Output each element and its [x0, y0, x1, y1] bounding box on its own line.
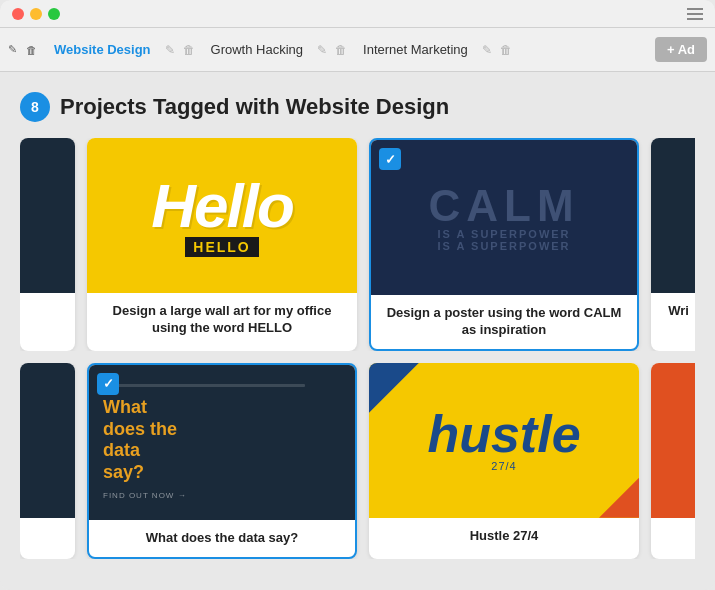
partial-orange-bg: [651, 363, 695, 518]
data-does: does the: [103, 419, 177, 441]
menu-icon[interactable]: [687, 8, 703, 20]
hustle-card[interactable]: hustle 27/4 Hustle 27/4: [369, 363, 639, 559]
data-card-checkbox[interactable]: [97, 373, 119, 395]
hustle-sub: 27/4: [491, 460, 516, 472]
hustle-corner-tl: [369, 363, 419, 413]
edit-icon-2[interactable]: ✎: [165, 43, 179, 57]
hustle-corner-br: [599, 478, 639, 518]
calm-card-title: Design a poster using the word CALM as i…: [383, 305, 625, 339]
tab-bar: ✎ 🗑 Website Design ✎ 🗑 Growth Hacking ✎ …: [0, 28, 715, 72]
partial-card-left-1[interactable]: [20, 138, 75, 351]
hustle-card-title: Hustle 27/4: [381, 528, 627, 545]
calm-sub2: IS A SUPERPOWER: [437, 240, 570, 252]
calm-card[interactable]: CALM IS A SUPERPOWER IS A SUPERPOWER Des…: [369, 138, 639, 351]
count-badge: 8: [20, 92, 50, 122]
tab-growth-hacking[interactable]: Growth Hacking: [201, 36, 313, 63]
edit-icon-3[interactable]: ✎: [317, 43, 331, 57]
calm-bg: CALM IS A SUPERPOWER IS A SUPERPOWER: [371, 140, 637, 295]
calm-card-image: CALM IS A SUPERPOWER IS A SUPERPOWER: [371, 140, 637, 295]
main-content: 8 Projects Tagged with Website Design He…: [0, 72, 715, 590]
edit-icon-1: ✎: [8, 43, 22, 57]
hello-bg: Hello HELLO: [87, 138, 357, 293]
data-the: data: [103, 440, 140, 462]
calm-card-checkbox[interactable]: [379, 148, 401, 170]
hello-card[interactable]: Hello HELLO Design a large wall art for …: [87, 138, 357, 351]
projects-title: Projects Tagged with Website Design: [60, 94, 449, 120]
partial-dark-bg-2: [20, 363, 75, 518]
data-say: say?: [103, 462, 144, 484]
delete-icon-2[interactable]: 🗑: [183, 43, 197, 57]
data-card-image: What does the data say? FIND OUT NOW →: [89, 365, 355, 520]
data-bg: What does the data say? FIND OUT NOW →: [89, 365, 355, 520]
close-button[interactable]: [12, 8, 24, 20]
cards-row-2: What does the data say? FIND OUT NOW → W…: [20, 363, 695, 559]
data-card-info: What does the data say?: [89, 520, 355, 557]
calm-sub1: IS A SUPERPOWER: [437, 228, 570, 240]
partial-dark-bg: [20, 138, 75, 293]
hello-card-title: Design a large wall art for my office us…: [99, 303, 345, 337]
hello-card-info: Design a large wall art for my office us…: [87, 293, 357, 347]
minimize-button[interactable]: [30, 8, 42, 20]
hustle-card-image: hustle 27/4: [369, 363, 639, 518]
partial-right-info: Wri: [651, 293, 695, 330]
edit-icon-4[interactable]: ✎: [482, 43, 496, 57]
hello-text: Hello: [151, 175, 293, 237]
hustle-card-info: Hustle 27/4: [369, 518, 639, 555]
data-card-title: What does the data say?: [101, 530, 343, 547]
partial-right-label: Wri: [663, 303, 694, 320]
tab-internet-marketing[interactable]: Internet Marketing: [353, 36, 478, 63]
window-chrome: [0, 0, 715, 28]
cards-row-1: Hello HELLO Design a large wall art for …: [20, 138, 695, 351]
delete-icon-4[interactable]: 🗑: [500, 43, 514, 57]
data-what: What: [103, 397, 147, 419]
calm-text: CALM: [428, 184, 579, 228]
delete-icon-1[interactable]: 🗑: [26, 43, 40, 57]
hello-card-image: Hello HELLO: [87, 138, 357, 293]
hello-sub: HELLO: [185, 237, 258, 257]
data-card[interactable]: What does the data say? FIND OUT NOW → W…: [87, 363, 357, 559]
hustle-text: hustle: [427, 408, 580, 460]
partial-card-right-2[interactable]: [651, 363, 695, 559]
partial-dark-bg-right: [651, 138, 695, 293]
delete-icon-3[interactable]: 🗑: [335, 43, 349, 57]
data-line: [103, 384, 305, 387]
partial-card-right-1[interactable]: Wri: [651, 138, 695, 351]
data-find: FIND OUT NOW →: [103, 491, 187, 500]
maximize-button[interactable]: [48, 8, 60, 20]
hustle-bg: hustle 27/4: [369, 363, 639, 518]
partial-card-left-2[interactable]: [20, 363, 75, 559]
tab-website-design[interactable]: Website Design: [44, 36, 161, 63]
calm-card-info: Design a poster using the word CALM as i…: [371, 295, 637, 349]
traffic-lights: [12, 8, 60, 20]
add-tab-button[interactable]: + Ad: [655, 37, 707, 62]
projects-header: 8 Projects Tagged with Website Design: [20, 92, 695, 122]
